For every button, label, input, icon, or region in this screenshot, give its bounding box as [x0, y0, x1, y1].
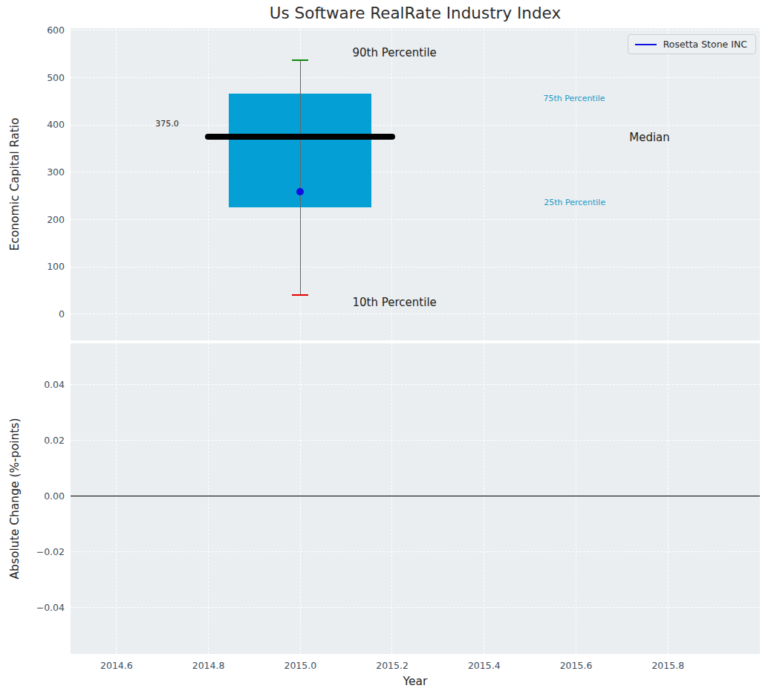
whisker-cap-10th [292, 294, 308, 296]
legend-label: Rosetta Stone INC [663, 39, 747, 50]
x-tick-label: 2015.0 [270, 660, 330, 671]
gridline-x [116, 28, 117, 340]
legend-line-icon [635, 44, 657, 45]
y-tick-label: 0.02 [23, 435, 65, 446]
x-tick-label: 2015.2 [362, 660, 422, 671]
y-tick-label: 500 [23, 72, 65, 83]
y-tick-label: 200 [23, 214, 65, 225]
x-tick-label: 2015.6 [547, 660, 606, 671]
gridline-y [71, 77, 760, 78]
gridline-x [576, 28, 576, 340]
gridline-y [71, 267, 760, 268]
y-tick-label: −0.04 [23, 602, 65, 613]
x-tick-label: 2014.8 [179, 660, 238, 671]
x-tick-label: 2015.4 [455, 660, 514, 671]
y-tick-label: 0.00 [23, 490, 65, 502]
y-tick-label: 600 [23, 25, 65, 36]
gridline-x [668, 28, 668, 340]
annotation-10th-percentile: 10th Percentile [353, 296, 437, 309]
annotation-90th-percentile: 90th Percentile [353, 46, 437, 59]
gridline-x [391, 28, 392, 340]
x-tick-label: 2014.6 [87, 660, 146, 671]
gridline-y [71, 551, 760, 552]
gridline-x [484, 28, 484, 340]
y-axis-label-top: Economic Capital Ratio [8, 117, 22, 250]
y-axis-label-bottom: Absolute Change (%-points) [8, 418, 22, 580]
y-tick-label: −0.02 [23, 546, 65, 557]
gridline-y [71, 30, 760, 30]
x-axis-label: Year [71, 675, 760, 688]
annotation-75th-percentile: 75th Percentile [544, 93, 605, 103]
annotation-median: Median [629, 131, 670, 144]
plot-area-bottom [71, 343, 760, 654]
y-tick-label: 300 [23, 166, 65, 178]
gridline-y [71, 172, 760, 172]
chart-title: Us Software RealRate Industry Index [71, 4, 760, 22]
y-tick-label: 0.04 [23, 379, 65, 390]
gridline-y [71, 219, 760, 220]
gridline-y [71, 384, 760, 385]
y-tick-label: 100 [23, 261, 65, 272]
y-tick-label: 400 [23, 119, 65, 130]
y-tick-label: 0 [23, 308, 65, 320]
annotation-25th-percentile: 25th Percentile [544, 197, 605, 207]
median-line [205, 134, 395, 140]
annotation-375-0: 375.0 [155, 118, 179, 128]
gridline-y [71, 607, 760, 608]
legend: Rosetta Stone INC [628, 34, 756, 54]
gridline-x [208, 28, 209, 340]
gridline-y [71, 314, 760, 314]
zero-line [71, 496, 760, 496]
gridline-y [71, 440, 760, 441]
plot-area-top: Rosetta Stone INC 90th Percentile75th Pe… [71, 28, 760, 340]
figure: Us Software RealRate Industry Index Econ… [0, 0, 768, 700]
whisker-cap-90th [292, 59, 308, 61]
company-point [296, 188, 304, 195]
whisker-line [300, 60, 301, 295]
x-tick-label: 2015.8 [638, 660, 697, 671]
